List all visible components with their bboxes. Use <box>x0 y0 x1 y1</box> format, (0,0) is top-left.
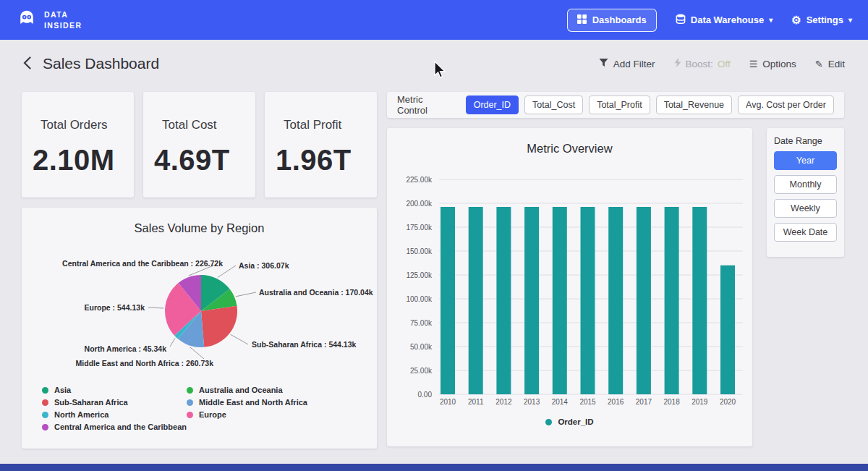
legend-item-asia[interactable]: Asia <box>42 386 187 394</box>
metric-button-total-cost[interactable]: Total_Cost <box>524 96 583 114</box>
header-actions: Add Filter Boost: Off ☰ Options ✎ Edit <box>599 58 845 69</box>
legend-text: Europe <box>199 410 226 419</box>
legend-text: Middle East and North Africa <box>199 398 307 407</box>
data-warehouse-label: Data Warehouse <box>691 14 764 25</box>
pencil-icon: ✎ <box>815 59 823 69</box>
bar-2017[interactable] <box>637 207 651 394</box>
bar-2011[interactable] <box>469 207 483 394</box>
legend-text: Sub-Saharan Africa <box>54 398 128 407</box>
owl-logo-icon <box>16 8 38 33</box>
database-icon <box>676 14 686 26</box>
metric-button-total-revenue[interactable]: Total_Revenue <box>656 96 732 114</box>
legend-dot <box>42 399 48 406</box>
date-range-button-year[interactable]: Year <box>774 151 837 170</box>
bar-2016[interactable] <box>608 207 623 394</box>
bar-chart-legend[interactable]: Order_ID <box>387 417 752 426</box>
date-range-card: Date Range YearMonthlyWeeklyWeek Date <box>767 128 844 257</box>
x-axis-tick: 2012 <box>495 398 512 406</box>
boost-label: Boost: <box>686 59 713 69</box>
brand-logo[interactable]: DATA INSIDER <box>16 8 82 33</box>
bar-chart: 0.0025.00k50.00k75.00k100.00k125.00k150.… <box>387 164 752 414</box>
pie-chart-card: Sales Volume by Region Asia : 306.07kAus… <box>22 208 377 449</box>
date-range-button-weekly[interactable]: Weekly <box>774 199 837 218</box>
legend-label: Order_ID <box>558 417 593 426</box>
metric-button-total-profit[interactable]: Total_Profit <box>589 96 650 114</box>
legend-text: Australia and Oceania <box>199 386 283 394</box>
legend-dot <box>187 412 193 418</box>
date-range-button-monthly[interactable]: Monthly <box>774 175 837 194</box>
y-axis-tick: 200.00k <box>406 200 433 208</box>
pie-slice-label: Sub-Saharan Africa : 544.13k <box>252 340 356 349</box>
y-axis-tick: 75.00k <box>410 319 433 327</box>
kpi-label: Total Orders <box>41 118 124 132</box>
edit-label: Edit <box>828 59 845 69</box>
legend-dot <box>42 424 48 430</box>
y-axis-tick: 0.00 <box>418 391 433 399</box>
legend-dot <box>42 387 48 394</box>
bar-chart-card: Metric Overview 0.0025.00k50.00k75.00k10… <box>387 128 752 446</box>
add-filter-button[interactable]: Add Filter <box>599 58 655 69</box>
options-button[interactable]: ☰ Options <box>749 59 796 69</box>
boost-state: Off <box>718 59 731 69</box>
metric-control-buttons: Order_IDTotal_CostTotal_ProfitTotal_Reve… <box>466 96 834 114</box>
chevron-down-icon: ▾ <box>848 17 852 24</box>
bar-chart-title: Metric Overview <box>387 128 752 156</box>
kpi-value: 4.69T <box>154 144 245 177</box>
edit-button[interactable]: ✎ Edit <box>815 59 845 69</box>
x-axis-tick: 2017 <box>636 398 652 406</box>
top-navbar: DATA INSIDER Dashboards <box>0 0 868 40</box>
funnel-icon <box>599 58 608 69</box>
legend-item-europe[interactable]: Europe <box>187 410 331 419</box>
y-axis-tick: 150.00k <box>406 247 433 255</box>
bar-2012[interactable] <box>496 207 511 394</box>
grid-icon <box>577 14 587 26</box>
x-axis-tick: 2015 <box>579 398 596 406</box>
bar-2015[interactable] <box>581 207 595 394</box>
data-warehouse-menu[interactable]: Data Warehouse ▾ <box>676 14 773 26</box>
gear-icon: ⚙ <box>791 14 801 25</box>
date-range-label: Date Range <box>774 136 837 146</box>
legend-item-central-america-and-the-caribbean[interactable]: Central America and the Caribbean <box>42 423 187 431</box>
dashboards-label: Dashboards <box>592 14 647 25</box>
y-axis-tick: 125.00k <box>406 271 433 279</box>
pie-slice-label: Australia and Oceania : 170.04k <box>259 288 373 297</box>
metric-button-order-id[interactable]: Order_ID <box>466 96 519 114</box>
metric-control-bar: Metric Control Order_IDTotal_CostTotal_P… <box>387 92 844 118</box>
settings-label: Settings <box>807 14 843 25</box>
pie-slice-label: Central America and the Caribbean : 226.… <box>62 259 223 268</box>
kpi-label: Total Cost <box>162 118 245 132</box>
boost-bolt-icon <box>674 58 681 69</box>
date-range-buttons: YearMonthlyWeeklyWeek Date <box>774 151 837 242</box>
bar-2020[interactable] <box>720 266 735 394</box>
date-range-button-week-date[interactable]: Week Date <box>774 223 837 242</box>
bar-2014[interactable] <box>553 207 567 394</box>
legend-item-middle-east-and-north-africa[interactable]: Middle East and North Africa <box>187 398 331 407</box>
back-button[interactable] <box>23 56 31 72</box>
y-axis-tick: 50.00k <box>410 343 433 351</box>
settings-menu[interactable]: ⚙ Settings ▾ <box>791 14 852 25</box>
options-label: Options <box>762 59 796 69</box>
footer-bar <box>0 464 868 471</box>
kpi-cards: Total Orders2.10MTotal Cost4.69TTotal Pr… <box>22 92 377 198</box>
boost-toggle[interactable]: Boost: Off <box>674 58 731 69</box>
dashboards-button[interactable]: Dashboards <box>567 9 657 32</box>
bar-2010[interactable] <box>441 207 455 394</box>
x-axis-tick: 2010 <box>440 398 456 406</box>
x-axis-tick: 2014 <box>552 398 569 406</box>
kpi-card-total-orders: Total Orders2.10M <box>22 92 134 198</box>
kpi-value: 1.96T <box>276 144 367 177</box>
bar-2019[interactable] <box>692 207 707 394</box>
bar-2018[interactable] <box>665 207 679 394</box>
kpi-label: Total Profit <box>284 118 367 132</box>
metric-button-avg-cost-per-order[interactable]: Avg. Cost per Order <box>738 96 834 114</box>
y-axis-tick: 100.00k <box>406 295 433 303</box>
navbar-actions: Dashboards Data Warehouse ▾ ⚙ Settings ▾ <box>567 9 852 32</box>
add-filter-label: Add Filter <box>613 59 655 69</box>
legend-item-sub-saharan-africa[interactable]: Sub-Saharan Africa <box>42 398 187 407</box>
pie-slice-label: Middle East and North Africa : 260.73k <box>76 359 214 368</box>
legend-item-australia-and-oceania[interactable]: Australia and Oceania <box>187 386 331 394</box>
bar-2013[interactable] <box>524 207 539 394</box>
x-axis-tick: 2018 <box>663 398 680 406</box>
pie-slice-sub-saharan-africa[interactable] <box>201 306 237 347</box>
legend-item-north-america[interactable]: North America <box>42 410 187 419</box>
